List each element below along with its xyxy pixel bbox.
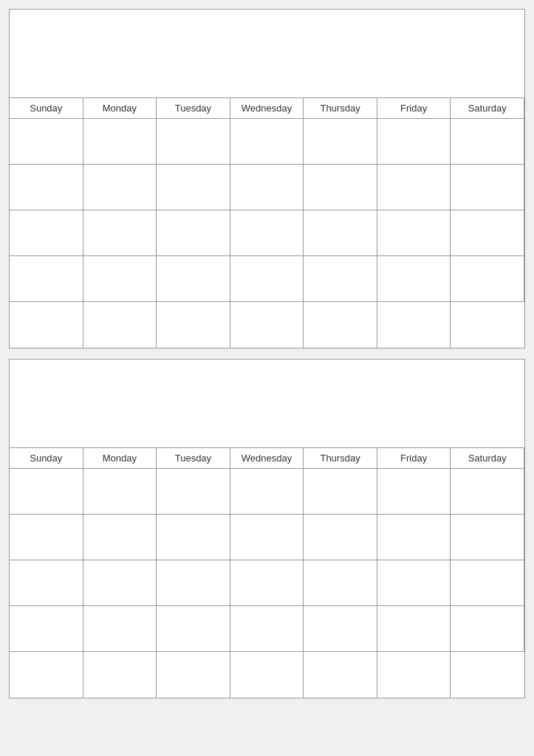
cell-2-5-2 [157,652,230,698]
cell-1-5-4 [304,302,377,348]
cell-1-2-5 [377,165,451,210]
cell-2-4-4 [304,606,377,652]
calendar-header-area-1 [10,10,524,98]
cell-2-3-5 [377,560,451,606]
cell-1-4-2 [157,256,230,302]
cell-1-5-2 [157,302,230,348]
cell-2-2-0 [10,515,83,560]
cell-2-3-0 [10,560,83,606]
cell-1-4-5 [377,256,451,302]
cell-2-3-3 [230,560,304,606]
calendar-grid-2: Sunday Monday Tuesday Wednesday Thursday… [10,448,524,698]
cell-2-3-6 [451,560,524,606]
cell-1-5-6 [451,302,524,348]
cell-2-5-1 [83,652,157,698]
day-header-wednesday-1: Wednesday [230,98,304,119]
cell-2-2-5 [377,515,451,560]
cell-1-3-2 [157,210,230,256]
day-header-thursday-2: Thursday [304,448,377,469]
cell-1-2-3 [230,165,304,210]
cell-2-3-4 [304,560,377,606]
cell-1-5-0 [10,302,83,348]
cell-1-3-1 [83,210,157,256]
cell-1-4-4 [304,256,377,302]
cell-1-1-5 [377,119,451,165]
cell-1-4-6 [451,256,524,302]
cell-1-2-4 [304,165,377,210]
cell-2-5-6 [451,652,524,698]
cell-1-4-1 [83,256,157,302]
cell-2-1-4 [304,469,377,515]
cell-2-4-1 [83,606,157,652]
cell-2-5-0 [10,652,83,698]
cell-2-4-0 [10,606,83,652]
cell-2-2-3 [230,515,304,560]
day-header-wednesday-2: Wednesday [230,448,304,469]
cell-1-4-3 [230,256,304,302]
calendars-container: Sunday Monday Tuesday Wednesday Thursday… [9,9,525,698]
cell-2-1-0 [10,469,83,515]
cell-1-1-6 [451,119,524,165]
cell-1-2-1 [83,165,157,210]
cell-1-3-5 [377,210,451,256]
cell-1-3-6 [451,210,524,256]
day-header-sunday-1: Sunday [10,98,83,119]
cell-1-3-4 [304,210,377,256]
cell-1-2-6 [451,165,524,210]
cell-2-4-2 [157,606,230,652]
cell-2-4-6 [451,606,524,652]
cell-1-4-0 [10,256,83,302]
cell-2-3-1 [83,560,157,606]
cell-2-2-6 [451,515,524,560]
cell-1-1-4 [304,119,377,165]
cell-2-5-5 [377,652,451,698]
cell-1-2-0 [10,165,83,210]
cell-2-1-6 [451,469,524,515]
day-header-monday-2: Monday [83,448,157,469]
cell-2-5-3 [230,652,304,698]
cell-1-3-3 [230,210,304,256]
cell-1-5-1 [83,302,157,348]
day-header-tuesday-1: Tuesday [157,98,230,119]
cell-1-3-0 [10,210,83,256]
day-header-friday-2: Friday [377,448,451,469]
cell-1-5-5 [377,302,451,348]
cell-2-2-2 [157,515,230,560]
cell-2-4-5 [377,606,451,652]
calendar-grid-1: Sunday Monday Tuesday Wednesday Thursday… [10,98,524,348]
day-header-thursday-1: Thursday [304,98,377,119]
cell-1-5-3 [230,302,304,348]
cell-1-1-0 [10,119,83,165]
day-header-tuesday-2: Tuesday [157,448,230,469]
cell-1-1-3 [230,119,304,165]
day-header-friday-1: Friday [377,98,451,119]
cell-2-5-4 [304,652,377,698]
calendar-block-2: Sunday Monday Tuesday Wednesday Thursday… [9,359,525,698]
day-header-saturday-2: Saturday [451,448,524,469]
cell-2-3-2 [157,560,230,606]
day-header-saturday-1: Saturday [451,98,524,119]
cell-1-1-1 [83,119,157,165]
calendar-block-1: Sunday Monday Tuesday Wednesday Thursday… [9,9,525,348]
cell-2-1-3 [230,469,304,515]
cell-1-2-2 [157,165,230,210]
cell-2-1-2 [157,469,230,515]
cell-1-1-2 [157,119,230,165]
cell-2-2-4 [304,515,377,560]
calendar-header-area-2 [10,360,524,448]
cell-2-1-5 [377,469,451,515]
day-header-monday-1: Monday [83,98,157,119]
cell-2-2-1 [83,515,157,560]
day-header-sunday-2: Sunday [10,448,83,469]
cell-2-1-1 [83,469,157,515]
cell-2-4-3 [230,606,304,652]
